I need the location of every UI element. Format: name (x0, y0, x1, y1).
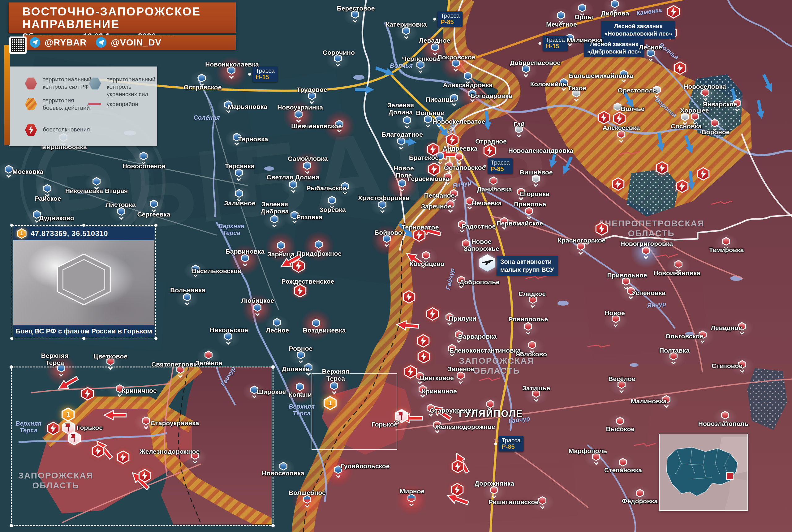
town-marker (253, 303, 262, 315)
town-label: Гай (513, 121, 525, 128)
town-label: Нечаевка (472, 200, 502, 207)
town-label: Остаповское (444, 164, 485, 171)
town-label: Малиновка (631, 398, 667, 405)
town-marker (531, 174, 540, 186)
title-banner: ВОСТОЧНО-ЗАПОРОЖСКОЕ НАПРАВЛЕНИЕ Обстано… (9, 2, 236, 33)
town-marker (456, 371, 465, 383)
town-label: Новогригоровка (620, 240, 673, 247)
town-label: Вольнянка (170, 287, 205, 294)
town-label: Вишнёвое (520, 169, 552, 176)
attack-arrow-blue (758, 72, 777, 95)
clash-icon (667, 5, 680, 19)
town-marker (407, 494, 416, 506)
road-sign: ТрассаР-85 (488, 158, 513, 174)
town-label: Барвиновка (226, 248, 265, 255)
frame-handle (271, 524, 275, 527)
town-marker (289, 180, 298, 192)
current-area-indicator (727, 473, 733, 479)
town-label: Марфополь (569, 448, 607, 455)
town-label: Цветковое (420, 375, 454, 382)
clash-icon (451, 460, 465, 473)
legend-label-clash: боестолкновения (43, 126, 90, 133)
town-label: Железнодорожное (435, 423, 495, 431)
legend-label-ua: территориальный контроль украинских сил (107, 76, 157, 98)
town-label: Цветковое (93, 353, 128, 360)
channel-link-voindv[interactable]: @VOIN_DV (111, 37, 162, 48)
town-label: Решетиловское (489, 499, 539, 506)
town-marker (330, 381, 338, 393)
frame-handle (10, 365, 13, 369)
river-label: Верхняя Терса (219, 223, 244, 236)
town-label: Новоскелеватое (433, 118, 485, 125)
accent-strip (4, 45, 10, 145)
town-label: Верхняя Терса (322, 368, 349, 382)
town-label: Доброспасовое (510, 59, 561, 66)
town-marker (423, 115, 432, 127)
town-label: Даниловка (477, 186, 512, 193)
town-label: Любицкое (241, 297, 274, 304)
numbered-marker: 1 (323, 396, 337, 410)
town-marker (235, 189, 244, 201)
town-label: Красногорское (558, 237, 605, 244)
road-sign: ТрассаР-85 (437, 12, 463, 27)
town-label: Воздвижевка (303, 327, 346, 334)
town-label: Заречное (421, 203, 451, 210)
town-label: Варваровка (458, 333, 497, 340)
photo-caption: Боец ВС РФ с флагом России в Горьком (13, 325, 154, 337)
clash-icon (696, 167, 710, 180)
town-label: Ровное (289, 345, 313, 352)
town-label: Богодаровка (471, 93, 512, 100)
town-label: Московка (12, 168, 43, 175)
town-label: Косовцево (410, 261, 445, 268)
town-marker (490, 486, 498, 497)
town-label: Лесное (639, 44, 662, 51)
road-sign: ТрассаН-15 (543, 36, 568, 51)
ukraine-overview-minimap (659, 434, 748, 511)
town-label: Новое Запорожье (464, 238, 499, 252)
town-label: Никольское (210, 327, 248, 334)
town-label: Левадное (419, 37, 450, 44)
attack-arrow-red (395, 317, 420, 332)
town-label: Самойловка (288, 155, 328, 163)
town-label: Терсянка (225, 163, 254, 170)
town-label: Долинка (282, 366, 309, 373)
attack-arrow-blue (558, 154, 577, 177)
town-label: Вороное (702, 129, 730, 136)
town-label: Сергеевка (137, 211, 170, 218)
river-label: Верхняя Терса (289, 403, 315, 417)
rifle-icon (478, 254, 496, 271)
clash-icon (91, 444, 105, 458)
channels-bar: @RYBAR @VOIN_DV (24, 35, 236, 50)
town-label: Новозлатополь (698, 420, 748, 428)
qr-code (9, 37, 26, 54)
clash-icon (416, 334, 430, 348)
town-label: Новоалександровка (508, 147, 573, 154)
map-title: ВОСТОЧНО-ЗАПОРОЖСКОЕ НАПРАВЛЕНИЕ (22, 5, 236, 31)
town-label: Гуляйпольское (341, 463, 390, 470)
town-label: Лесное (266, 327, 289, 334)
clash-icon (611, 177, 625, 191)
channel-link-rybar[interactable]: @RYBAR (44, 37, 87, 48)
town-label: Дудниково (39, 215, 74, 222)
vsu-activity-zone-label: Зона активностималых групп ВСУ (496, 256, 558, 276)
clash-icon (24, 123, 38, 137)
town-label: Хорошее (680, 107, 709, 114)
captured-flag-icon (67, 431, 81, 445)
town-marker (402, 26, 411, 38)
clash-icon (402, 290, 416, 304)
town-label: Рыбальское (306, 185, 346, 192)
town-label: Диброва (601, 10, 629, 17)
river-label: Янчур (646, 300, 666, 309)
town-marker (294, 110, 303, 121)
town-label: Зарница (267, 251, 295, 258)
forest-reserve-label: Лесной заказник «Новопавловский лес» (601, 21, 675, 39)
town-label: Староукраинка (151, 420, 199, 427)
clash-icon (655, 161, 669, 175)
town-marker (241, 254, 249, 265)
river-label: Каменка (636, 6, 662, 16)
town-label: Темировка (709, 247, 744, 254)
town-label: Орестополь (618, 87, 657, 94)
attack-arrow-blue (354, 85, 375, 96)
town-marker (142, 416, 150, 428)
town-label: Приволье (514, 201, 546, 208)
